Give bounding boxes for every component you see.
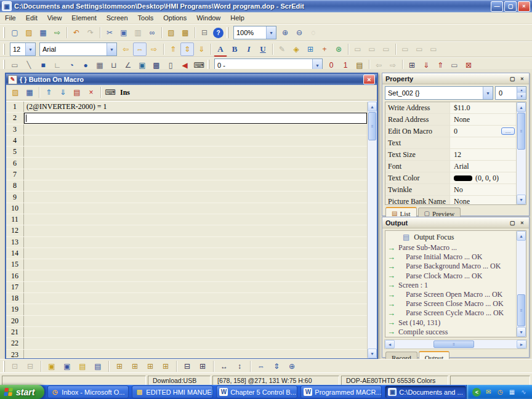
task-button[interactable]: WChapter 5 Control B... [216, 385, 297, 398]
macro-line[interactable]: 22 [6, 338, 367, 349]
macro-line-input[interactable] [24, 113, 367, 123]
scrollbar-thumb[interactable]: ≡ [517, 113, 525, 150]
open-icon[interactable]: ▨ [22, 26, 36, 39]
scroll-up-icon[interactable]: ▲ [368, 102, 377, 111]
output-hscrollbar[interactable]: ◄ ≡ ► [384, 339, 527, 349]
macro-move-down-icon[interactable]: ⇓ [56, 86, 70, 99]
menu-item-window[interactable]: Window [191, 14, 225, 22]
scroll-right-icon[interactable]: ► [517, 340, 526, 349]
menu-item-screen[interactable]: Screen [102, 14, 133, 22]
macro-window-titlebar[interactable]: ✎ { } Button On Macro × [6, 74, 377, 85]
macro-line[interactable]: 7 [6, 169, 367, 180]
toolbar-grip[interactable] [3, 27, 6, 38]
nudge-vertical-icon[interactable]: ⇕ [180, 42, 194, 56]
macro-delete-row-icon[interactable]: × [84, 86, 98, 99]
macro-insert-row-icon[interactable]: ▤ [70, 86, 84, 99]
output-scrollbar[interactable]: ▲ ≡ ▼ [516, 231, 526, 337]
scrollbar-track[interactable] [395, 340, 433, 349]
edit-macro-button[interactable]: … [501, 127, 515, 135]
macro-line[interactable]: 3 [6, 124, 367, 135]
scrollbar-thumb[interactable]: ≡ [517, 294, 525, 326]
task-button[interactable]: ▨EDITED HMI MANUEL [132, 385, 213, 398]
scrollbar-track[interactable] [517, 150, 526, 195]
state-select-icon[interactable]: ◈ [289, 42, 303, 56]
font-name-combo[interactable]: Arial ▼ [39, 42, 117, 56]
nudge-left-icon[interactable]: ⇦ [119, 42, 132, 56]
zoom-in-icon[interactable]: ⊕ [278, 26, 292, 39]
spin-up-icon[interactable]: ▲ [517, 87, 526, 93]
cut-icon[interactable]: ✂ [103, 26, 116, 39]
hide-icons-icon[interactable]: < [472, 388, 481, 397]
find-icon[interactable]: ∞ [145, 26, 159, 39]
nudge-right-icon[interactable]: ⇨ [147, 42, 161, 56]
task-button[interactable]: WProgrammed MACR... [300, 385, 382, 398]
screen-copy-icon[interactable]: ▧ [164, 26, 178, 39]
italic-icon[interactable]: I [242, 42, 256, 56]
maximize-icon[interactable]: ▢ [509, 76, 516, 82]
scrollbar-track[interactable] [475, 340, 517, 349]
space-down-icon[interactable]: ↕ [233, 360, 246, 373]
property-row[interactable]: FontArial [385, 161, 516, 172]
property-row[interactable]: Read AddressNone [385, 114, 516, 126]
display-settings-icon[interactable]: ▦ [507, 388, 516, 397]
chevron-down-icon[interactable]: ▼ [107, 43, 116, 55]
align-top-icon[interactable]: ⊞ [143, 360, 157, 373]
state-spinner[interactable]: 0 ▲ ▼ [495, 86, 526, 100]
property-row[interactable]: Edit On Macro0… [385, 126, 516, 137]
macro-move-up-icon[interactable]: ⇑ [42, 86, 55, 99]
menu-item-tools[interactable]: Tools [133, 14, 159, 22]
property-row[interactable]: Text [385, 137, 516, 149]
menu-item-view[interactable]: View [42, 14, 67, 22]
macro-line[interactable]: 4 [6, 135, 367, 147]
start-button[interactable]: start [0, 385, 44, 399]
toolbar-grip[interactable] [227, 27, 230, 38]
macro-line[interactable]: 20 [6, 316, 367, 327]
property-row[interactable]: TwinkleNo [385, 184, 516, 196]
macro-line[interactable]: 18 [6, 293, 367, 304]
macro-line[interactable]: 16 [6, 270, 367, 281]
property-panel-titlebar[interactable]: Property ▢ × [382, 73, 529, 84]
ins-button[interactable]: Ins [118, 88, 132, 97]
scroll-down-icon[interactable]: ▼ [368, 349, 377, 358]
macro-line[interactable]: 12 [6, 225, 367, 236]
scroll-up-icon[interactable]: ▲ [517, 102, 526, 112]
center-horizontal-icon[interactable]: ⊟ [180, 360, 194, 373]
property-grid-scrollbar[interactable]: ▲ ≡ ▼ [516, 102, 526, 204]
restore-button[interactable]: ▢ [504, 1, 517, 12]
menu-item-help[interactable]: Help [225, 14, 249, 22]
minimize-button[interactable]: — [491, 1, 503, 12]
zoom-combo[interactable]: 100% ▼ [233, 26, 276, 39]
task-button[interactable]: ◷Inbox - Microsoft O... [47, 385, 129, 398]
align-right-icon[interactable]: ⊞ [128, 360, 142, 373]
output-focus-header[interactable]: ▤ Output Focus [385, 231, 516, 243]
close-icon[interactable]: × [518, 76, 526, 82]
bring-to-front-icon[interactable]: ▣ [45, 360, 58, 373]
output-panel-titlebar[interactable]: Output ▢ × [382, 217, 529, 228]
undo-icon[interactable]: ↶ [70, 26, 83, 39]
scroll-left-icon[interactable]: ◄ [385, 340, 395, 349]
make-same-height-icon[interactable]: ⇕ [270, 360, 283, 373]
toolbar-grip[interactable] [3, 361, 6, 372]
scrollbar-thumb[interactable]: ≡ [368, 112, 376, 140]
align-bottom-icon[interactable]: ⊞ [159, 360, 172, 373]
chevron-down-icon[interactable]: ▼ [25, 43, 35, 55]
scrollbar-track[interactable] [368, 141, 377, 349]
macro-line[interactable]: 5 [6, 147, 367, 158]
scroll-down-icon[interactable]: ▼ [517, 327, 526, 337]
macro-save-icon[interactable]: ▦ [23, 86, 36, 99]
make-same-size-icon[interactable]: ⊕ [285, 360, 299, 373]
make-same-width-icon[interactable]: ⇔ [254, 360, 268, 373]
scrollbar-track[interactable] [517, 241, 526, 294]
macro-line[interactable]: 1(2@INVERTER-2000) = 1 [6, 102, 367, 113]
macro-line[interactable]: 2 [6, 113, 367, 124]
macro-keypad-icon[interactable]: ⌨ [103, 86, 117, 99]
chevron-down-icon[interactable]: ▼ [266, 26, 276, 39]
move-element-icon[interactable]: + [318, 42, 331, 56]
font-size-combo[interactable]: 12 ▼ [10, 42, 36, 56]
volume-wave-icon[interactable]: ∿ [519, 388, 528, 397]
macro-editor-scrollbar[interactable]: ▲ ≡ ▼ [367, 102, 377, 358]
close-button[interactable]: × [518, 1, 530, 12]
spin-down-icon[interactable]: ▼ [517, 93, 526, 99]
chevron-down-icon[interactable]: ▼ [483, 87, 493, 99]
new-mail-icon[interactable]: ✉ [484, 388, 493, 397]
